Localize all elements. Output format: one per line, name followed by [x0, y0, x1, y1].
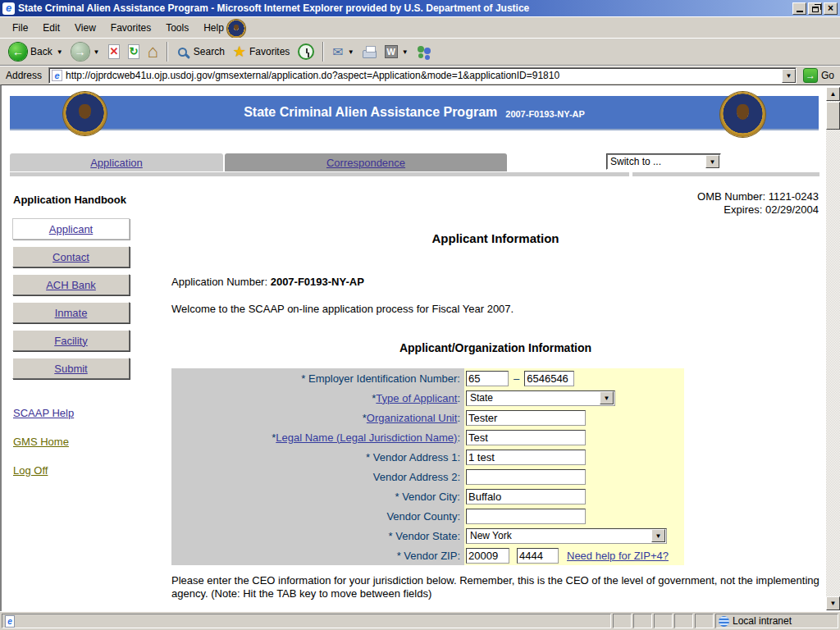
organizational-unit-input[interactable]	[466, 410, 586, 426]
sidebar-item-submit[interactable]: Submit	[12, 358, 130, 379]
home-button[interactable]: ⌂	[144, 42, 162, 62]
sidebar-contact-link[interactable]: Contact	[52, 251, 89, 263]
menu-edit[interactable]: Edit	[35, 20, 67, 36]
log-off-link[interactable]: Log Off	[13, 464, 48, 477]
home-icon: ⌂	[148, 43, 158, 60]
print-button[interactable]	[358, 43, 381, 60]
search-button[interactable]: Search	[172, 44, 229, 60]
messenger-icon	[417, 45, 433, 59]
menu-tools[interactable]: Tools	[158, 20, 196, 36]
form-row-vendor-address-2: Vendor Address 2:	[171, 467, 684, 486]
messenger-button[interactable]	[413, 43, 437, 61]
stop-button[interactable]: ✕	[104, 43, 124, 61]
vendor-address-2-input[interactable]	[466, 469, 586, 485]
sidebar-navigation: Applicant Contact ACH Bank Inmate Facili…	[12, 218, 130, 386]
go-button[interactable]: → Go	[800, 68, 838, 83]
vendor-state-dropdown-icon[interactable]: ▼	[651, 529, 665, 542]
address-dropdown-button[interactable]: ▼	[782, 69, 796, 83]
title-bar: e State Criminal Alien Assistance Progra…	[0, 0, 840, 16]
vendor-state-select[interactable]: New York ▼	[466, 528, 667, 544]
favorites-star-icon: ★	[233, 43, 246, 61]
tab-correspondence[interactable]: Correspondence	[225, 153, 507, 171]
vendor-county-input[interactable]	[466, 509, 586, 524]
address-input[interactable]: e http://ojprdcweb41u.ojp.usdoj.gov/gmse…	[48, 67, 797, 84]
status-pane	[613, 614, 632, 628]
sidebar-applicant-link[interactable]: Applicant	[49, 223, 93, 235]
status-bar: e Local intranet	[0, 611, 840, 630]
sidebar-item-inmate[interactable]: Inmate	[12, 302, 130, 323]
mail-dropdown-icon[interactable]: ▼	[348, 48, 354, 56]
tab-application[interactable]: Application	[10, 153, 223, 171]
back-label: Back	[30, 46, 52, 57]
sidebar-submit-link[interactable]: Submit	[54, 363, 87, 375]
edit-dropdown-icon[interactable]: ▼	[402, 48, 409, 56]
back-dropdown-icon[interactable]: ▼	[57, 48, 63, 56]
type-of-applicant-select[interactable]: State ▼	[466, 390, 615, 406]
vendor-zip4-input[interactable]	[517, 548, 559, 564]
zip-help-link[interactable]: Need help for ZIP+4?	[567, 550, 669, 562]
banner-application-id: 2007-F0193-NY-AP	[505, 106, 585, 119]
doj-seal-left-icon	[63, 92, 107, 135]
form-row-vendor-county: Vendor County:	[171, 506, 684, 526]
type-of-applicant-dropdown-icon[interactable]: ▼	[600, 391, 614, 404]
toolbar: ← Back ▼ → ▼ ✕ ↻ ⌂ Search ★ Favorites	[0, 38, 840, 66]
omb-expires: Expires: 02/29/2004	[576, 203, 819, 217]
sidebar-facility-link[interactable]: Facility	[54, 335, 87, 347]
sidebar-ach-bank-link[interactable]: ACH Bank	[46, 279, 96, 291]
menu-help[interactable]: Help	[196, 20, 231, 36]
page-icon: e	[52, 70, 62, 81]
form-row-vendor-zip: * Vendor ZIP: Need help for ZIP+4?	[171, 546, 684, 565]
switch-to-dropdown-icon[interactable]: ▼	[705, 155, 719, 168]
vendor-zip-label: * Vendor ZIP:	[171, 546, 464, 565]
vendor-state-label: * Vendor State:	[171, 526, 464, 546]
sidebar-item-contact[interactable]: Contact	[12, 246, 130, 267]
history-button[interactable]	[294, 42, 318, 62]
forward-icon: →	[71, 43, 89, 61]
scroll-up-icon[interactable]: ▲	[826, 87, 840, 101]
menu-favorites[interactable]: Favorites	[103, 20, 158, 36]
switch-to-select[interactable]: Switch to ... ▼	[606, 153, 721, 170]
scrollbar-thumb[interactable]	[826, 102, 840, 130]
menu-view[interactable]: View	[67, 20, 103, 36]
banner-title: State Criminal Alien Assistance Program	[244, 105, 497, 120]
legal-name-input[interactable]	[466, 430, 586, 445]
tab-application-link[interactable]: Application	[90, 157, 143, 169]
scroll-down-icon[interactable]: ▼	[826, 596, 840, 610]
close-icon: ×	[828, 4, 833, 12]
scaap-help-link[interactable]: SCAAP Help	[13, 407, 74, 419]
restore-button[interactable]	[808, 2, 822, 15]
type-of-applicant-help-link[interactable]: Type of Applicant	[376, 392, 457, 404]
vertical-scrollbar[interactable]: ▲ ▼	[826, 87, 840, 610]
vendor-zip5-input[interactable]	[466, 548, 509, 564]
ie-logo-icon: e	[2, 2, 15, 15]
vendor-county-label: Vendor County:	[171, 506, 464, 526]
ein-prefix-input[interactable]	[466, 371, 509, 386]
favorites-button[interactable]: ★ Favorites	[229, 41, 294, 62]
form-row-type-of-applicant: *Type of Applicant: State ▼	[171, 388, 684, 408]
tab-correspondence-link[interactable]: Correspondence	[326, 157, 405, 169]
legal-name-help-link[interactable]: Legal Name (Legal Jurisdiction Name)	[276, 431, 457, 444]
menu-file[interactable]: File	[5, 20, 35, 36]
ein-suffix-input[interactable]	[524, 371, 574, 386]
ceo-note: Please enter the CEO information for you…	[171, 574, 833, 600]
vendor-address-1-input[interactable]	[466, 450, 586, 465]
close-button[interactable]: ×	[824, 2, 838, 15]
mail-button[interactable]: ✉ ▼	[328, 43, 358, 62]
form-row-vendor-address-1: * Vendor Address 1:	[171, 447, 684, 467]
sidebar-item-ach-bank[interactable]: ACH Bank	[12, 274, 130, 295]
forward-dropdown-icon[interactable]: ▼	[94, 48, 100, 56]
address-url[interactable]: http://ojprdcweb41u.ojp.usdoj.gov/gmsext…	[66, 70, 782, 81]
gms-home-link[interactable]: GMS Home	[13, 436, 69, 448]
vendor-city-input[interactable]	[466, 489, 586, 504]
back-button[interactable]: ← Back ▼	[5, 41, 67, 62]
organizational-unit-help-link[interactable]: Organizational Unit	[367, 412, 458, 424]
sidebar-item-facility[interactable]: Facility	[12, 330, 130, 351]
minimize-button[interactable]	[792, 2, 806, 15]
go-label: Go	[821, 70, 834, 81]
sidebar-item-applicant[interactable]: Applicant	[12, 218, 130, 240]
label-colon: :	[457, 431, 460, 444]
forward-button[interactable]: → ▼	[67, 41, 104, 62]
refresh-button[interactable]: ↻	[124, 43, 144, 61]
sidebar-inmate-link[interactable]: Inmate	[55, 307, 88, 319]
edit-with-word-button[interactable]: W ▼	[381, 43, 413, 60]
